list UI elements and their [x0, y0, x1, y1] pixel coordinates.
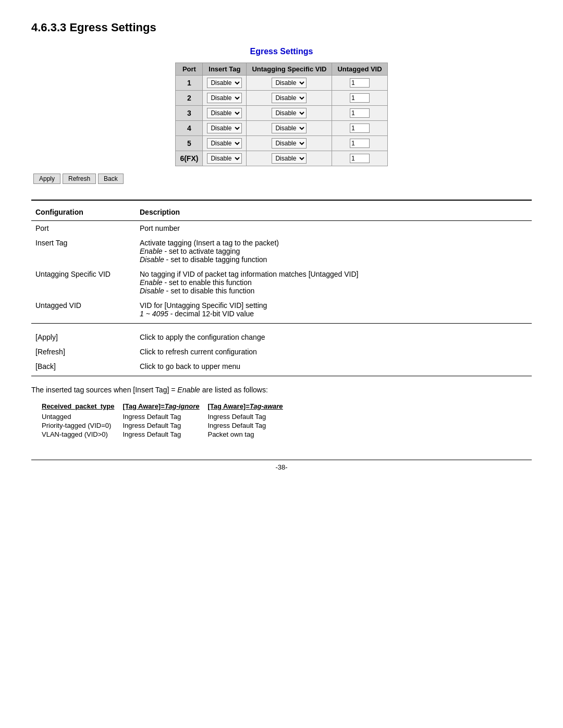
untagging-vid-select[interactable]: DisableEnable	[272, 78, 307, 88]
divider-top	[31, 200, 532, 201]
config-untagged-vid-desc: VID for [Untagging Specific VID] setting…	[136, 298, 532, 324]
untagged-vid-cell[interactable]	[332, 136, 387, 151]
untagging-vid-cell[interactable]: DisableEnable	[247, 151, 332, 166]
untagged-vid-cell[interactable]	[332, 76, 387, 91]
page-heading: 4.6.3.3 Egress Settings	[31, 21, 532, 34]
packet-col1-header: Received packet type	[42, 401, 123, 412]
col-insert-tag: Insert Tag	[203, 63, 247, 76]
config-untagged-vid-label: Untagged VID	[31, 298, 136, 324]
insert-tag-select[interactable]: DisableEnable	[207, 93, 242, 103]
bottom-text-end: are listed as follows:	[200, 386, 268, 394]
untagged-vid-input[interactable]	[350, 154, 370, 163]
untagging-vid-select[interactable]: DisableEnable	[272, 138, 307, 149]
table-row: 5DisableEnableDisableEnable	[176, 136, 387, 151]
packet-row: UntaggedIngress Default TagIngress Defau…	[42, 412, 291, 421]
col2-tag-ignore: Tag-ignore	[165, 402, 200, 410]
insert-tag-select[interactable]: DisableEnable	[207, 108, 242, 118]
insert-tag-cell[interactable]: DisableEnable	[203, 151, 247, 166]
config-untagging-vid-label: Untagging Specific VID	[31, 267, 136, 298]
untagging-vid-cell[interactable]: DisableEnable	[247, 136, 332, 151]
packet-type-cell: VLAN-tagged (VID>0)	[42, 430, 123, 439]
untagging-vid-cell[interactable]: DisableEnable	[247, 76, 332, 91]
untagging-vid-select[interactable]: DisableEnable	[272, 153, 307, 164]
col2-bracket: [Tag Aware]=Tag-ignore	[123, 402, 199, 410]
config-description-table: Configuration Description Port Port numb…	[31, 206, 532, 376]
table-row: 2DisableEnableDisableEnable	[176, 91, 387, 106]
table-row: 4DisableEnableDisableEnable	[176, 121, 387, 136]
egress-table-container: Port Insert Tag Untagging Specific VID U…	[31, 63, 532, 166]
config-row-back: [Back] Click to go back to upper menu	[31, 359, 532, 376]
insert-tag-cell[interactable]: DisableEnable	[203, 121, 247, 136]
insert-tag-disable: Disable	[140, 255, 164, 264]
config-row-insert-tag: Insert Tag Activate tagging (Insert a ta…	[31, 236, 532, 267]
packet-col2-header: [Tag Aware]=Tag-ignore	[123, 401, 207, 412]
config-row-untagging-vid: Untagging Specific VID No tagging if VID…	[31, 267, 532, 298]
spacer-row	[31, 324, 532, 330]
tag-aware-cell: Ingress Default Tag	[207, 412, 291, 421]
config-refresh-desc: Click to refresh current configuration	[136, 344, 532, 359]
untagging-vid-select[interactable]: DisableEnable	[272, 123, 307, 133]
config-row-refresh: [Refresh] Click to refresh current confi…	[31, 344, 532, 359]
packet-row: VLAN-tagged (VID>0)Ingress Default TagPa…	[42, 430, 291, 439]
back-button[interactable]: Back	[98, 174, 124, 184]
config-insert-tag-label: Insert Tag	[31, 236, 136, 267]
untagging-vid-cell[interactable]: DisableEnable	[247, 91, 332, 106]
insert-tag-select[interactable]: DisableEnable	[207, 138, 242, 149]
col-port: Port	[176, 63, 203, 76]
port-cell: 3	[176, 106, 203, 121]
apply-button[interactable]: Apply	[33, 174, 60, 184]
insert-tag-cell[interactable]: DisableEnable	[203, 106, 247, 121]
untagged-vid-cell[interactable]	[332, 121, 387, 136]
config-row-port: Port Port number	[31, 221, 532, 236]
untagged-vid-cell[interactable]	[332, 151, 387, 166]
tag-ignore-cell: Ingress Default Tag	[123, 430, 207, 439]
untagged-vid-input[interactable]	[350, 139, 370, 148]
port-cell: 2	[176, 91, 203, 106]
insert-tag-enable: Enable	[140, 247, 163, 255]
packet-row: Priority-tagged (VID=0)Ingress Default T…	[42, 421, 291, 430]
insert-tag-select[interactable]: DisableEnable	[207, 78, 242, 88]
page-number: -38-	[275, 463, 287, 471]
insert-tag-cell[interactable]: DisableEnable	[203, 136, 247, 151]
refresh-button[interactable]: Refresh	[63, 174, 96, 184]
tag-aware-cell: Ingress Default Tag	[207, 421, 291, 430]
config-insert-tag-desc: Activate tagging (Insert a tag to the pa…	[136, 236, 532, 267]
untagging-vid-select[interactable]: DisableEnable	[272, 93, 307, 103]
config-apply-label: [Apply]	[31, 330, 136, 344]
table-row: 6(FX)DisableEnableDisableEnable	[176, 151, 387, 166]
untagging-vid-select[interactable]: DisableEnable	[272, 108, 307, 118]
config-back-label: [Back]	[31, 359, 136, 376]
insert-tag-cell[interactable]: DisableEnable	[203, 76, 247, 91]
packet-type-cell: Untagged	[42, 412, 123, 421]
untagged-vid-input[interactable]	[350, 93, 370, 103]
bottom-paragraph: The inserted tag sources when [Insert Ta…	[31, 386, 532, 394]
untagging-vid-cell[interactable]: DisableEnable	[247, 121, 332, 136]
packet-type-cell: Priority-tagged (VID=0)	[42, 421, 123, 430]
untagged-vid-input[interactable]	[350, 108, 370, 118]
col3-bracket: [Tag Aware]=Tag-aware	[207, 402, 283, 410]
config-back-desc: Click to go back to upper menu	[136, 359, 532, 376]
col-untagging-vid: Untagging Specific VID	[247, 63, 332, 76]
insert-tag-select[interactable]: DisableEnable	[207, 123, 242, 133]
untagged-vid-input[interactable]	[350, 78, 370, 88]
untagged-vid-range: 1 ~ 4095	[140, 310, 168, 318]
table-row: 3DisableEnableDisableEnable	[176, 106, 387, 121]
packet-col3-header: [Tag Aware]=Tag-aware	[207, 401, 291, 412]
config-col-header: Configuration	[31, 206, 136, 221]
col3-tag-aware: Tag-aware	[250, 402, 283, 410]
untagging-vid-cell[interactable]: DisableEnable	[247, 106, 332, 121]
egress-settings-table: Port Insert Tag Untagging Specific VID U…	[175, 63, 387, 166]
insert-tag-cell[interactable]: DisableEnable	[203, 91, 247, 106]
table-row: 1DisableEnableDisableEnable	[176, 76, 387, 91]
tag-aware-cell: Packet own tag	[207, 430, 291, 439]
tag-ignore-cell: Ingress Default Tag	[123, 412, 207, 421]
packet-type-table: Received packet type [Tag Aware]=Tag-ign…	[42, 401, 291, 439]
config-port-desc: Port number	[136, 221, 532, 236]
config-row-apply: [Apply] Click to apply the configuration…	[31, 330, 532, 344]
untagged-vid-cell[interactable]	[332, 106, 387, 121]
section-title: Egress Settings	[31, 47, 532, 56]
action-buttons-row: Apply Refresh Back	[33, 174, 532, 184]
untagged-vid-input[interactable]	[350, 124, 370, 133]
insert-tag-select[interactable]: DisableEnable	[207, 153, 242, 164]
untagged-vid-cell[interactable]	[332, 91, 387, 106]
